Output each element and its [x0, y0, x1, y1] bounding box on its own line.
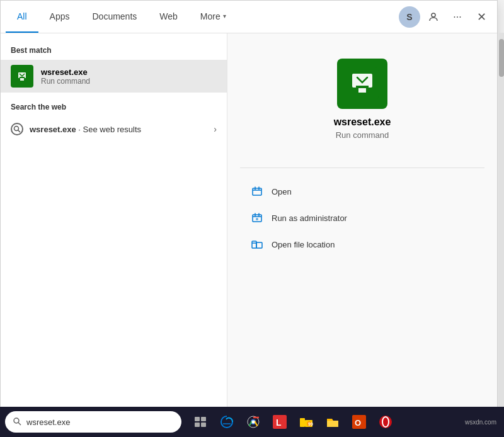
opera-icon	[379, 415, 392, 429]
best-match-label: Best match	[1, 43, 227, 60]
chrome-icon	[246, 415, 260, 429]
scroll-thumb	[499, 39, 504, 77]
tab-all[interactable]: All	[6, 1, 38, 33]
content-area: Best match wsreset.exe	[1, 33, 497, 415]
action-open-file-location[interactable]: Open file location	[240, 231, 484, 258]
action-open[interactable]: Open	[240, 178, 484, 205]
search-icon	[13, 125, 21, 133]
result-type: Run command	[41, 77, 90, 86]
more-dropdown-arrow: ▾	[223, 13, 226, 20]
launcher-icon: L	[273, 415, 287, 429]
svg-rect-10	[356, 86, 369, 88]
people-icon-button[interactable]	[423, 6, 444, 28]
svg-rect-21	[201, 423, 206, 427]
web-search-item[interactable]: wsreset.exe · See web results ›	[1, 116, 227, 142]
right-panel: wsreset.exe Run command Open	[227, 33, 497, 415]
open-file-location-label: Open file location	[272, 240, 335, 249]
svg-point-0	[432, 13, 435, 17]
explorer-button[interactable]	[320, 409, 345, 434]
action-run-as-admin[interactable]: Run as administrator	[240, 205, 484, 231]
watermark: wsxdn.com	[465, 419, 499, 426]
web-search-text: wsreset.exe · See web results	[30, 125, 207, 134]
best-match-item[interactable]: wsreset.exe Run command	[1, 60, 227, 93]
action-list: Open Run as administrator	[240, 173, 484, 263]
svg-point-24	[252, 421, 255, 424]
svg-rect-20	[195, 423, 200, 427]
task-view-icon	[194, 416, 207, 428]
tab-documents[interactable]: Documents	[81, 1, 148, 33]
web-section-label: Search the web	[1, 100, 227, 116]
svg-rect-9	[358, 88, 366, 93]
svg-line-17	[18, 423, 21, 425]
result-icon	[11, 65, 33, 88]
svg-line-6	[18, 130, 21, 133]
svg-text:L: L	[276, 417, 282, 428]
taskbar-search-icon	[13, 417, 21, 428]
office-button[interactable]: O	[346, 409, 372, 434]
chrome-button[interactable]	[241, 409, 266, 434]
search-window: All Apps Documents Web More ▾ S	[0, 0, 498, 416]
taskbar-search-box[interactable]: wsreset.exe	[5, 411, 181, 433]
store-svg-icon	[14, 69, 30, 84]
svg-rect-8	[352, 74, 372, 88]
tab-apps[interactable]: Apps	[38, 1, 81, 33]
app-name-display: wsreset.exe	[334, 116, 391, 128]
task-view-button[interactable]	[188, 409, 213, 434]
svg-rect-4	[20, 77, 25, 78]
more-options-button[interactable]: ···	[447, 6, 468, 28]
header-actions: S ··· ✕	[399, 6, 492, 28]
app-type-display: Run command	[336, 130, 389, 140]
svg-point-5	[14, 127, 19, 131]
divider	[240, 167, 484, 168]
app-icon-large	[337, 59, 387, 109]
taskbar: wsreset.exe L	[0, 407, 504, 437]
svg-point-13	[256, 218, 258, 220]
launcher-button[interactable]: L	[267, 409, 292, 434]
svg-rect-19	[201, 417, 206, 421]
taskbar-search-text: wsreset.exe	[26, 417, 70, 427]
svg-rect-15	[256, 242, 262, 248]
svg-rect-14	[252, 241, 256, 248]
svg-rect-11	[253, 188, 261, 195]
tab-web[interactable]: Web	[148, 1, 189, 33]
svg-text:O: O	[355, 418, 361, 428]
app-preview: wsreset.exe Run command	[240, 46, 484, 162]
svg-rect-18	[195, 417, 200, 421]
folder-icon	[326, 415, 340, 429]
scroll-bar[interactable]	[499, 33, 504, 407]
result-name: wsreset.exe	[41, 67, 90, 77]
svg-point-16	[14, 418, 19, 423]
tab-bar: All Apps Documents Web More ▾ S	[1, 1, 497, 33]
store-app-icon	[11, 65, 33, 88]
svg-rect-3	[20, 78, 24, 81]
edge-button[interactable]	[214, 409, 239, 434]
open-icon	[250, 184, 264, 198]
result-info: wsreset.exe Run command	[41, 67, 90, 86]
app-store-icon-large	[346, 67, 379, 100]
search-circle-icon	[11, 123, 23, 135]
run-as-admin-label: Run as administrator	[272, 213, 347, 223]
office-icon: O	[352, 415, 366, 429]
web-section: Search the web wsreset.exe · See web res…	[1, 93, 227, 149]
edge-icon	[220, 415, 234, 429]
file-manager-button[interactable]: 99	[294, 409, 319, 434]
file-manager-icon: 99	[299, 415, 313, 429]
people-icon	[428, 12, 438, 22]
open-file-location-icon	[250, 237, 264, 251]
tab-more[interactable]: More ▾	[189, 1, 238, 33]
avatar-button[interactable]: S	[399, 6, 420, 28]
open-label: Open	[272, 187, 292, 196]
svg-rect-27	[300, 418, 305, 427]
close-button[interactable]: ✕	[471, 6, 492, 28]
left-panel: Best match wsreset.exe	[1, 33, 227, 415]
svg-text:99: 99	[308, 422, 313, 426]
run-as-admin-icon	[250, 211, 264, 225]
chevron-right-icon: ›	[214, 124, 217, 134]
opera-button[interactable]	[373, 409, 398, 434]
tabs-container: All Apps Documents Web More ▾	[6, 1, 399, 33]
